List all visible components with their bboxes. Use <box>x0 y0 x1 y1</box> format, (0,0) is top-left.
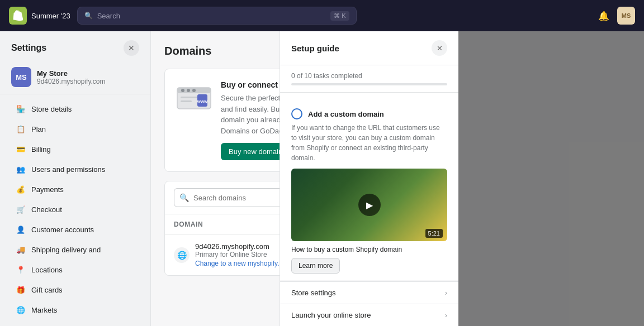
gift-icon: 🎁 <box>16 285 26 295</box>
users-icon: 👥 <box>16 164 26 174</box>
setup-guide-panel: Setup guide ✕ 0 of 10 tasks completed <box>280 31 458 326</box>
domain-search-icon: 🔍 <box>179 193 189 202</box>
footer-section-store-settings[interactable]: Store settings › <box>280 281 458 304</box>
search-bar[interactable]: 🔍 Search ⌘ K <box>77 7 357 25</box>
sidebar-item-gift-cards[interactable]: 🎁 Gift cards <box>4 280 146 300</box>
store-info: MS My Store 9d4026.myshopify.com <box>0 60 150 94</box>
settings-close-button[interactable]: ✕ <box>124 40 139 56</box>
video-caption: How to buy a custom Shopify domain <box>291 246 447 253</box>
store-details-info: My Store 9d4026.myshopify.com <box>37 69 106 85</box>
bell-icon: 🔔 <box>598 11 609 21</box>
progress-label: 0 of 10 tasks completed <box>291 72 447 80</box>
store-url: 9d4026.myshopify.com <box>37 78 106 85</box>
search-placeholder-text: Search <box>97 12 120 20</box>
svg-rect-6 <box>181 100 192 102</box>
sidebar-item-plan[interactable]: 📋 Plan <box>4 119 146 139</box>
markets-icon: 🌐 <box>16 305 26 315</box>
play-icon: ▶ <box>366 200 373 210</box>
sidebar-item-customer-accounts[interactable]: 👤 Customer accounts <box>4 219 146 239</box>
footer-section-store-settings-label: Store settings <box>291 289 336 297</box>
shipping-icon: 🚚 <box>16 244 26 255</box>
payments-icon: 💰 <box>16 184 26 194</box>
footer-section-launch-store-label: Launch your online store <box>291 311 371 319</box>
task-header: Add a custom domain <box>291 108 447 119</box>
svg-point-3 <box>187 89 190 92</box>
settings-nav: 🏪 Store details 📋 Plan 💳 Billing 👥 Users… <box>0 99 150 326</box>
domain-icon-box: www <box>176 80 212 116</box>
store-logo: MS <box>11 67 31 87</box>
nav-label-markets: Markets <box>31 306 57 314</box>
chevron-right-icon-2: › <box>445 311 447 319</box>
search-shortcut: ⌘ K <box>330 11 349 21</box>
settings-modal: Settings ✕ MS My Store 9d4026.myshopify.… <box>0 31 458 326</box>
store-label: Summer '23 <box>31 12 70 20</box>
setup-guide-close-button[interactable]: ✕ <box>432 40 447 56</box>
search-icon: 🔍 <box>84 12 93 20</box>
svg-rect-5 <box>181 97 197 98</box>
learn-more-button[interactable]: Learn more <box>291 258 340 274</box>
video-play-button[interactable]: ▶ <box>358 194 381 216</box>
close-icon: ✕ <box>128 44 135 52</box>
store-logo-initials: MS <box>16 73 27 82</box>
billing-icon: 💳 <box>16 144 26 154</box>
location-icon: 📍 <box>16 265 26 275</box>
settings-sidebar: Settings ✕ MS My Store 9d4026.myshopify.… <box>0 31 151 326</box>
domain-illustration: www <box>176 83 212 113</box>
store-avatar[interactable]: MS <box>617 7 635 25</box>
task-circle <box>291 108 302 119</box>
main-layout: Settings ✕ MS My Store 9d4026.myshopify.… <box>0 31 644 326</box>
avatar-initials: MS <box>622 12 631 19</box>
nav-label-store-details: Store details <box>31 105 72 113</box>
sidebar-item-users-permissions[interactable]: 👥 Users and permissions <box>4 159 146 179</box>
sidebar-item-markets[interactable]: 🌐 Markets <box>4 300 146 320</box>
nav-label-users: Users and permissions <box>31 165 105 174</box>
sidebar-item-payments[interactable]: 💰 Payments <box>4 179 146 199</box>
nav-label-gift-cards: Gift cards <box>31 286 63 294</box>
topbar: Summer '23 🔍 Search ⌘ K 🔔 MS <box>0 0 644 31</box>
nav-label-shipping: Shipping delivery and <box>31 246 101 254</box>
task-title: Add a custom domain <box>308 110 384 118</box>
domain-globe-icon: 🌐 <box>174 247 190 263</box>
progress-bar-background <box>291 83 447 85</box>
settings-title: Settings <box>11 43 46 53</box>
setup-guide-footer-sections: Store settings › Launch your online stor… <box>280 281 458 326</box>
sidebar-item-shipping-delivery[interactable]: 🚚 Shipping delivery and <box>4 239 146 260</box>
topbar-right: 🔔 MS <box>595 7 635 25</box>
nav-label-payments: Payments <box>31 185 64 194</box>
setup-task-custom-domain: Add a custom domain If you want to chang… <box>280 102 458 281</box>
setup-guide-close-icon: ✕ <box>437 44 443 52</box>
sidebar-item-store-details[interactable]: 🏪 Store details <box>4 99 146 119</box>
settings-overlay: Settings ✕ MS My Store 9d4026.myshopify.… <box>0 31 644 326</box>
setup-guide-progress: 0 of 10 tasks completed <box>280 65 458 93</box>
plan-icon: 📋 <box>16 124 26 134</box>
store-name: My Store <box>37 69 106 78</box>
globe-icon: 🌐 <box>177 251 187 260</box>
sidebar-item-billing[interactable]: 💳 Billing <box>4 139 146 159</box>
nav-label-checkout: Checkout <box>31 205 62 214</box>
setup-guide-body: Add a custom domain If you want to chang… <box>280 93 458 281</box>
chevron-right-icon: › <box>445 289 447 297</box>
setup-guide-header: Setup guide ✕ <box>280 31 458 65</box>
setup-guide-title: Setup guide <box>291 44 339 53</box>
video-duration: 5:21 <box>425 229 443 238</box>
topbar-logo: Summer '23 <box>9 7 70 25</box>
sidebar-item-checkout[interactable]: 🛒 Checkout <box>4 199 146 219</box>
checkout-icon: 🛒 <box>16 204 26 214</box>
footer-section-launch-store[interactable]: Launch your online store › <box>280 304 458 326</box>
nav-label-billing: Billing <box>31 145 51 154</box>
task-description: If you want to change the URL that custo… <box>291 123 447 163</box>
sidebar-item-locations[interactable]: 📍 Locations <box>4 260 146 280</box>
shopify-logo-icon <box>9 7 27 25</box>
svg-point-4 <box>192 89 196 92</box>
video-thumbnail[interactable]: ▶ 5:21 <box>291 169 447 241</box>
nav-label-customer-accounts: Customer accounts <box>31 226 94 234</box>
settings-header: Settings ✕ <box>0 31 150 60</box>
sidebar-item-apps-sales-channels[interactable]: 📦 Apps and sales channels <box>4 320 146 326</box>
store-icon: 🏪 <box>16 104 26 114</box>
customer-accounts-icon: 👤 <box>16 224 26 234</box>
svg-text:www: www <box>197 99 208 104</box>
nav-label-locations: Locations <box>31 266 63 274</box>
nav-label-plan: Plan <box>31 125 46 133</box>
notification-button[interactable]: 🔔 <box>595 7 613 25</box>
svg-point-2 <box>181 89 184 92</box>
